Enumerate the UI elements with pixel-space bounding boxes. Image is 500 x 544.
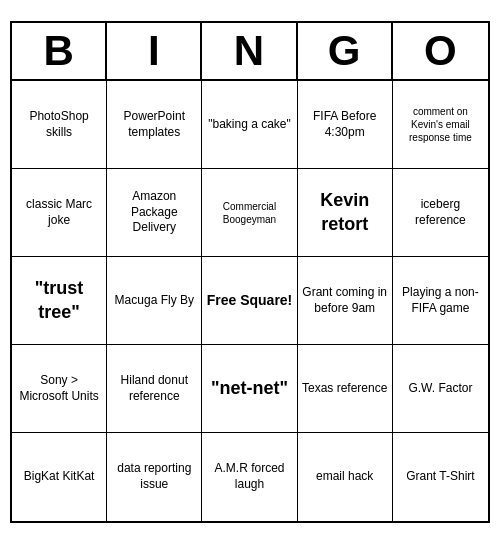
header-letter-g: G (298, 23, 393, 79)
bingo-cell-11: Macuga Fly By (107, 257, 202, 345)
bingo-cell-1: PowerPoint templates (107, 81, 202, 169)
header-letter-n: N (202, 23, 297, 79)
bingo-cell-21: data reporting issue (107, 433, 202, 521)
bingo-cell-24: Grant T-Shirt (393, 433, 488, 521)
bingo-cell-18: Texas reference (298, 345, 393, 433)
bingo-cell-22: A.M.R forced laugh (202, 433, 297, 521)
bingo-cell-7: Commercial Boogeyman (202, 169, 297, 257)
header-letter-b: B (12, 23, 107, 79)
bingo-cell-4: comment on Kevin's email response time (393, 81, 488, 169)
bingo-cell-6: Amazon Package Delivery (107, 169, 202, 257)
bingo-card: BINGO PhotoShop skillsPowerPoint templat… (10, 21, 490, 523)
bingo-cell-14: Playing a non-FIFA game (393, 257, 488, 345)
header-letter-o: O (393, 23, 488, 79)
bingo-cell-5: classic Marc joke (12, 169, 107, 257)
bingo-cell-9: iceberg reference (393, 169, 488, 257)
bingo-cell-3: FIFA Before 4:30pm (298, 81, 393, 169)
bingo-cell-23: email hack (298, 433, 393, 521)
header-letter-i: I (107, 23, 202, 79)
bingo-cell-19: G.W. Factor (393, 345, 488, 433)
bingo-cell-12: Free Square! (202, 257, 297, 345)
bingo-cell-8: Kevin retort (298, 169, 393, 257)
bingo-cell-13: Grant coming in before 9am (298, 257, 393, 345)
bingo-header: BINGO (12, 23, 488, 81)
bingo-grid: PhotoShop skillsPowerPoint templates"bak… (12, 81, 488, 521)
bingo-cell-20: BigKat KitKat (12, 433, 107, 521)
bingo-cell-0: PhotoShop skills (12, 81, 107, 169)
bingo-cell-17: "net-net" (202, 345, 297, 433)
bingo-cell-2: "baking a cake" (202, 81, 297, 169)
bingo-cell-15: Sony > Microsoft Units (12, 345, 107, 433)
bingo-cell-10: "trust tree" (12, 257, 107, 345)
bingo-cell-16: Hiland donut reference (107, 345, 202, 433)
